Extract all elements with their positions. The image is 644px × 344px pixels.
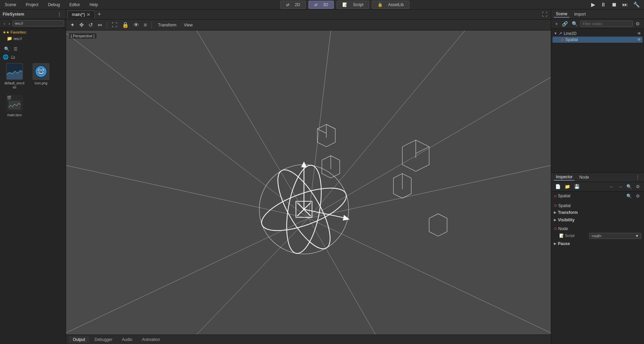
tab-import[interactable]: Import — [572, 11, 588, 17]
filter-search-button[interactable]: 🔍 — [570, 20, 579, 27]
svg-marker-31 — [302, 162, 306, 167]
inspector-node-more[interactable]: ⚙ — [635, 193, 641, 199]
menu-editor[interactable]: Editor — [67, 2, 82, 8]
tab-debugger[interactable]: Debugger — [90, 336, 117, 343]
script-prop-icon: 📝 — [559, 234, 564, 238]
mode-script-button[interactable]: 📝 Script — [337, 1, 369, 9]
pause-button[interactable]: ⏸ — [599, 1, 607, 8]
filesystem-panel: FileSystem ⋮ ‹ › ★ ★ ★ Favorites: 📁 res:… — [0, 9, 66, 344]
inspector-tools: 📄 📁 💾 ← → 🔍 ⚙ — [551, 182, 644, 191]
settings-button[interactable]: 🔧 — [632, 1, 641, 8]
spatial-dot-icon: ⊙ — [561, 37, 564, 42]
history-forward-button[interactable]: → — [617, 183, 624, 190]
tab-add-button[interactable]: + — [96, 11, 103, 18]
switch-2d-icon: ⇄ — [284, 2, 291, 8]
nav-back-button[interactable]: ‹ — [3, 21, 6, 26]
tab-bar: main(*) ✕ + ⛶ — [66, 9, 551, 20]
section-transform[interactable]: ▶ Transform — [551, 209, 644, 216]
section-transform-label: Transform — [558, 210, 578, 215]
tab-close-button[interactable]: ✕ — [86, 12, 90, 17]
svg-line-16 — [308, 218, 376, 335]
list-view-button[interactable]: ☰ — [12, 46, 19, 52]
menu-scene[interactable]: Scene — [3, 2, 18, 8]
svg-line-17 — [308, 218, 551, 335]
tab-scene[interactable]: Scene — [554, 11, 569, 18]
tab-inspector[interactable]: Inspector — [554, 174, 575, 181]
section-pause[interactable]: ▶ Pause — [551, 240, 644, 247]
mode-2d-button[interactable]: ⇄ 2D — [280, 1, 306, 9]
link-button[interactable]: 🔗 — [561, 20, 569, 27]
viewport-3d[interactable]: [ Perspective ] — [66, 31, 551, 335]
godot-icon — [34, 65, 48, 78]
filter-nodes-input[interactable] — [580, 21, 633, 27]
tab-node[interactable]: Node — [577, 174, 591, 180]
tab-animation[interactable]: Animation — [138, 336, 164, 343]
fullscreen-button[interactable]: ⛶ — [540, 12, 549, 18]
tree-item-spatial[interactable]: ⊙ Spatial 👁 — [552, 37, 643, 43]
section-visibility[interactable]: ▶ Visibility — [551, 216, 644, 224]
save-button[interactable]: 💾 — [573, 183, 581, 190]
visibility-button[interactable]: 👁 — [132, 21, 140, 29]
filesystem-menu-button[interactable]: ⋮ — [56, 11, 63, 18]
file-item-main[interactable]: 🎬 main.tscn — [3, 94, 26, 119]
menu-help[interactable]: Help — [87, 2, 100, 8]
path-input[interactable] — [13, 20, 64, 26]
prop-row-script: 📝 Script <null> ▼ — [551, 232, 644, 240]
menu-project[interactable]: Project — [24, 2, 40, 8]
move-tool-button[interactable]: ✥ — [78, 21, 85, 29]
stop-button[interactable]: ⏹ — [610, 1, 618, 8]
mode-assetlib-button[interactable]: 🔒 AssetLib — [372, 1, 409, 9]
inspector-node-row: ⊙ Spatial 🔍 ⚙ — [551, 191, 644, 201]
svg-line-15 — [197, 218, 308, 335]
mode-3d-button[interactable]: ⇄ 3D — [308, 1, 334, 9]
script-value-dropdown[interactable]: <null> ▼ — [589, 233, 641, 239]
search-files-button[interactable]: 🔍 — [3, 46, 11, 52]
history-back-button[interactable]: ← — [608, 183, 615, 190]
local-global-button[interactable]: ⛶ — [110, 21, 119, 29]
tab-audio[interactable]: Audio — [118, 336, 137, 343]
transform-menu-button[interactable]: Transform — [155, 22, 179, 28]
file-icon-env — [6, 63, 23, 80]
tree-eye-line2d[interactable]: 👁 — [637, 31, 641, 36]
favorites-section: ★ ★ Favorites: 📁 res:// — [0, 28, 66, 43]
file-item-icon[interactable]: icon.png — [29, 62, 53, 87]
inspector-node-search[interactable]: 🔍 — [625, 193, 633, 199]
tree-label-spatial: Spatial — [565, 37, 636, 42]
inspector-header: Inspector Node ⋮ — [551, 173, 644, 182]
play-controls: ▶ ⏸ ⏹ ⏭ 🔧 — [590, 1, 641, 8]
play-button[interactable]: ▶ — [590, 1, 597, 8]
tab-output[interactable]: Output — [69, 336, 89, 343]
add-node-button[interactable]: + — [554, 20, 559, 27]
favorites-label: ★ ★ Favorites: — [3, 29, 63, 35]
script-icon: 📝 — [340, 2, 349, 8]
nav-forward-button[interactable]: › — [7, 21, 11, 26]
tree-item-line2d[interactable]: ▼ ↗ Line2D 👁 — [552, 30, 643, 37]
svg-line-11 — [308, 31, 331, 218]
rotate-tool-button[interactable]: ↺ — [87, 21, 94, 29]
toolbar-separator-2 — [152, 22, 152, 28]
more-options-button[interactable]: ≡ — [142, 21, 148, 29]
spatial-section-dot: ⊙ — [554, 203, 557, 208]
file-label-main: main.tscn — [7, 113, 22, 117]
svg-line-10 — [197, 31, 308, 218]
inspector-options-button[interactable]: ⚙ — [635, 183, 641, 190]
new-script-button[interactable]: 📄 — [554, 183, 562, 190]
scene-settings-button[interactable]: ⚙ — [634, 20, 641, 27]
scale-tool-button[interactable]: ⇔ — [96, 21, 103, 29]
view-menu-button[interactable]: View — [181, 22, 196, 28]
file-item-default-env[interactable]: default_env.tres — [3, 62, 26, 91]
step-button[interactable]: ⏭ — [621, 1, 629, 8]
menu-debug[interactable]: Debug — [46, 2, 62, 8]
inspector-menu-button[interactable]: ⋮ — [634, 174, 641, 180]
tree-eye-spatial[interactable]: 👁 — [637, 37, 641, 42]
tab-main[interactable]: main(*) ✕ — [67, 11, 95, 18]
inspector-search-button[interactable]: 🔍 — [625, 183, 633, 190]
folder-item-res[interactable]: 📁 res:// — [3, 35, 63, 42]
svg-point-7 — [42, 69, 43, 71]
section-pause-label: Pause — [558, 241, 570, 246]
load-file-button[interactable]: 📁 — [563, 183, 571, 190]
select-tool-button[interactable]: ✦ — [69, 21, 76, 29]
bottom-tabs: Output Debugger Audio Animation — [66, 335, 551, 344]
mode-buttons: ⇄ 2D ⇄ 3D 📝 Script 🔒 AssetLib — [280, 1, 409, 9]
lock-button[interactable]: 🔒 — [121, 21, 130, 29]
